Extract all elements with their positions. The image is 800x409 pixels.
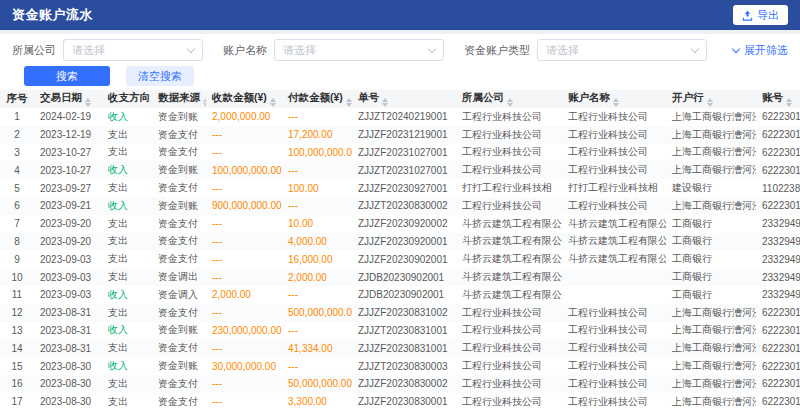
table-row: 62023-09-21收入资金到账900,000,000.00---ZJJZT2… xyxy=(0,197,800,215)
cell-bank: 上海工商银行漕河泾支行 xyxy=(666,144,756,162)
cell-direction: 支出 xyxy=(102,144,152,162)
cell-order_no: ZJJZT20231027001 xyxy=(352,161,456,179)
export-button[interactable]: 导出 xyxy=(733,5,788,25)
column-header-receipt[interactable]: 收款金额(¥) xyxy=(206,90,282,108)
column-header-bank[interactable]: 开户行 xyxy=(666,90,756,108)
export-icon xyxy=(742,10,753,21)
cell-no: 13 xyxy=(0,322,34,340)
column-header-order_no[interactable]: 单号 xyxy=(352,90,456,108)
cell-source: 资金到账 xyxy=(152,357,206,375)
cell-bank: 工商银行 xyxy=(666,268,756,286)
cell-order_no: ZJJZF20230831001 xyxy=(352,339,456,357)
cell-bank: 上海工商银行漕河泾支行 xyxy=(666,161,756,179)
table-row: 142023-08-31支出资金支付---41,334.00ZJJZF20230… xyxy=(0,339,800,357)
expand-filters-link[interactable]: 展开筛选 xyxy=(733,43,788,58)
column-header-company[interactable]: 所属公司 xyxy=(456,90,562,108)
column-header-date[interactable]: 交易日期 xyxy=(34,90,102,108)
cell-receipt: 100,000,000.00 xyxy=(206,161,282,179)
filter-group-account-name: 账户名称 请选择 xyxy=(223,39,444,61)
sort-icon[interactable] xyxy=(707,98,713,107)
cell-order_no: ZJJZF20230927001 xyxy=(352,179,456,197)
sort-icon[interactable] xyxy=(613,98,619,107)
cell-payment: 16,000.00 xyxy=(282,250,352,268)
cell-source: 资金支付 xyxy=(152,375,206,393)
column-header-label: 数据来源 xyxy=(158,91,200,103)
chevron-down-icon xyxy=(187,44,195,52)
cell-order_no: ZJJZF20231219001 xyxy=(352,126,456,144)
cell-direction: 支出 xyxy=(102,393,152,409)
filter-actions: 搜索 清空搜索 xyxy=(0,64,800,90)
sort-icon[interactable] xyxy=(507,98,513,107)
column-header-source[interactable]: 数据来源 xyxy=(152,90,206,108)
cell-receipt: --- xyxy=(206,144,282,162)
cell-no: 2 xyxy=(0,126,34,144)
cell-source: 资金支付 xyxy=(152,144,206,162)
cell-no: 14 xyxy=(0,339,34,357)
cell-order_no: ZJDB20230902001 xyxy=(352,268,456,286)
cell-date: 2023-08-31 xyxy=(34,304,102,322)
cell-receipt: --- xyxy=(206,250,282,268)
cell-no: 12 xyxy=(0,304,34,322)
sort-icon[interactable] xyxy=(346,98,352,107)
cell-order_no: ZJJZF20230920002 xyxy=(352,215,456,233)
column-header-direction[interactable]: 收支方向 xyxy=(102,90,152,108)
flow-table-wrap: 序号交易日期收支方向数据来源收款金额(¥)付款金额(¥)单号所属公司账户名称开户… xyxy=(0,90,800,409)
column-header-payment[interactable]: 付款金额(¥) xyxy=(282,90,352,108)
cell-date: 2023-08-31 xyxy=(34,339,102,357)
cell-company: 工程行业科技公司 xyxy=(456,108,562,126)
cell-account_no: 23329499 xyxy=(756,286,800,304)
cell-bank: 上海工商银行漕河泾支行 xyxy=(666,339,756,357)
cell-date: 2023-09-27 xyxy=(34,179,102,197)
page-header: 资金账户流水 导出 xyxy=(0,0,800,30)
table-row: 172023-08-30支出资金支付---3,300.00ZJJZF202308… xyxy=(0,393,800,409)
sort-icon[interactable] xyxy=(270,98,276,107)
cell-bank: 上海工商银行漕河泾支行 xyxy=(666,126,756,144)
cell-no: 11 xyxy=(0,286,34,304)
company-select-placeholder: 请选择 xyxy=(72,43,105,58)
cell-receipt: 2,000.00 xyxy=(206,286,282,304)
column-header-label: 开户行 xyxy=(672,91,704,103)
cell-date: 2023-09-20 xyxy=(34,233,102,251)
sort-icon[interactable] xyxy=(382,98,388,107)
sort-icon[interactable] xyxy=(786,98,792,107)
cell-payment: --- xyxy=(282,322,352,340)
cell-account_no: 62223011 xyxy=(756,144,800,162)
account-name-select[interactable]: 请选择 xyxy=(274,39,444,61)
cell-company: 工程行业科技公司 xyxy=(456,304,562,322)
cell-order_no: ZJJZF20230830001 xyxy=(352,393,456,409)
cell-no: 9 xyxy=(0,250,34,268)
cell-bank: 上海工商银行漕河泾支行 xyxy=(666,393,756,409)
cell-account_no: 62223011 xyxy=(756,375,800,393)
column-header-account_name[interactable]: 账户名称 xyxy=(562,90,666,108)
cell-direction: 支出 xyxy=(102,215,152,233)
company-select[interactable]: 请选择 xyxy=(63,39,203,61)
cell-company: 斗挤云建筑工程有限公司 xyxy=(456,250,562,268)
search-button[interactable]: 搜索 xyxy=(24,66,110,86)
table-row: 152023-08-30收入资金到账30,000,000.00---ZJJZT2… xyxy=(0,357,800,375)
table-row: 32023-10-27支出资金支付---100,000,000.00ZJJZF2… xyxy=(0,144,800,162)
cell-account_no: 23329499 xyxy=(756,215,800,233)
column-header-label: 序号 xyxy=(7,92,28,104)
cell-company: 工程行业科技公司 xyxy=(456,393,562,409)
cell-company: 工程行业科技公司 xyxy=(456,144,562,162)
account-type-select[interactable]: 请选择 xyxy=(537,39,707,61)
cell-account_name: 工程行业科技公司 xyxy=(562,357,666,375)
cell-no: 17 xyxy=(0,393,34,409)
clear-search-button[interactable]: 清空搜索 xyxy=(126,66,194,86)
cell-account_name xyxy=(562,286,666,304)
table-row: 92023-09-03支出资金支付---16,000.00ZJJZF202309… xyxy=(0,250,800,268)
cell-receipt: 2,000,000.00 xyxy=(206,108,282,126)
cell-direction: 支出 xyxy=(102,268,152,286)
cell-payment: 3,300.00 xyxy=(282,393,352,409)
cell-receipt: --- xyxy=(206,179,282,197)
table-row: 132023-08-31收入资金到账230,000,000.00---ZJJZT… xyxy=(0,322,800,340)
column-header-label: 收款金额(¥) xyxy=(212,91,267,103)
cell-account_name: 斗挤云建筑工程有限公司 xyxy=(562,215,666,233)
sort-icon[interactable] xyxy=(203,98,206,107)
cell-order_no: ZJJZT20230830002 xyxy=(352,197,456,215)
cell-bank: 工商银行 xyxy=(666,215,756,233)
cell-bank: 上海工商银行漕河泾支行 xyxy=(666,322,756,340)
column-header-account_no[interactable]: 账号 xyxy=(756,90,800,108)
sort-icon[interactable] xyxy=(85,98,91,107)
cell-account_name: 斗挤云建筑工程有限公司 xyxy=(562,250,666,268)
